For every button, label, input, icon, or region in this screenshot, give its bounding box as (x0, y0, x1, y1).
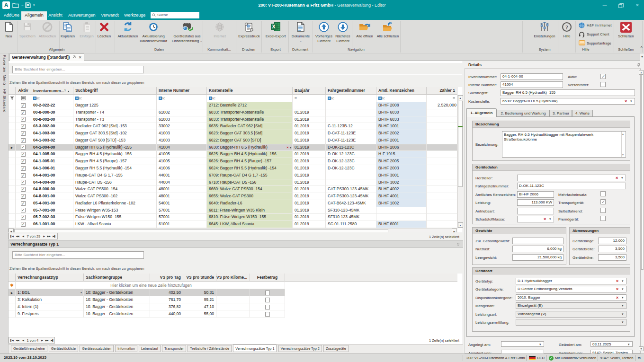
svg-text:X: X (272, 24, 276, 29)
svg-text:?: ? (565, 24, 568, 31)
